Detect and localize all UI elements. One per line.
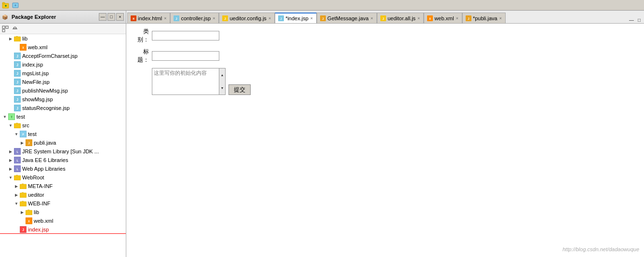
tab-close-button[interactable]: × <box>268 16 271 21</box>
svg-rect-7 <box>2 26 5 28</box>
tree-item[interactable]: J showMsg.jsp <box>0 95 126 104</box>
maximize-button[interactable]: □ <box>107 13 115 21</box>
library-icon: L <box>13 156 21 164</box>
panel-toolbar <box>0 24 126 34</box>
tree-item[interactable]: ▶ META-INF <box>0 182 126 190</box>
new-folder-icon[interactable] <box>2 1 10 9</box>
tree-item[interactable]: ▼ src <box>0 121 126 130</box>
tab-bar-controls: — □ <box>628 17 643 23</box>
tab-icon-jsp: J <box>278 15 284 21</box>
maximize-editor-button[interactable]: □ <box>636 17 642 23</box>
tab-index-html[interactable]: H index.html× <box>127 13 170 23</box>
tree-item-label: publi.java <box>34 140 56 146</box>
tree-item[interactable]: J publishNewMsg.jsp <box>0 86 126 95</box>
tab-close-button[interactable]: × <box>212 16 215 21</box>
jsp-icon: J <box>13 95 21 103</box>
tree-item[interactable]: J NewFile.jsp <box>0 78 126 86</box>
tab-web-xml-tab[interactable]: X web.xml× <box>424 13 462 23</box>
tree-arrow-icon <box>8 62 13 68</box>
svg-text:J: J <box>28 141 30 145</box>
tab-label-publi-java-tab: *publi.java <box>473 15 497 21</box>
svg-text:J: J <box>16 98 18 102</box>
new-package-icon[interactable] <box>12 1 19 9</box>
close-button[interactable]: × <box>116 13 124 21</box>
tree-item[interactable]: ▶ lib <box>0 34 126 43</box>
tree-item[interactable]: ▶ lib <box>0 208 126 216</box>
panel-header: 📦 Package Explorer — □ × <box>0 11 126 24</box>
jsp-icon: J <box>19 226 27 233</box>
tree-item[interactable]: ▶ L Java EE 6 Libraries <box>0 156 126 164</box>
tab-controller-jsp[interactable]: J controller.jsp× <box>170 13 219 23</box>
tree-item[interactable]: ▶ J publi.java <box>0 138 126 147</box>
folder-icon <box>19 200 27 207</box>
tab-publi-java-tab[interactable]: J *publi.java× <box>462 13 506 23</box>
tree-item[interactable]: ▶ ueditor <box>0 190 126 199</box>
tab-bar: H index.html× J controller.jsp× J uedito… <box>126 11 644 24</box>
jsp-icon: J <box>13 61 21 68</box>
tree-item[interactable]: J index.jsp <box>0 225 126 234</box>
tree-item[interactable]: ▼ WEB-INF <box>0 199 126 208</box>
svg-text:J: J <box>16 107 18 110</box>
tree-arrow-icon <box>8 96 13 102</box>
svg-text:J: J <box>16 54 18 58</box>
tab-close-button[interactable]: × <box>163 16 167 21</box>
package-icon: P <box>19 130 27 138</box>
minimize-button[interactable]: — <box>99 13 107 21</box>
tree-container[interactable]: ▶ lib X web.xml J AcceptFormCharset.jsp … <box>0 34 126 257</box>
tree-arrow-icon <box>8 79 13 85</box>
editor-panel: H index.html× J controller.jsp× J uedito… <box>126 11 644 257</box>
category-input[interactable] <box>152 31 219 41</box>
tab-close-button[interactable]: × <box>417 16 420 21</box>
tab-label-ueditor-config: ueditor.config.js <box>229 15 266 21</box>
svg-text:X: X <box>22 46 24 49</box>
tab-icon-java: J <box>466 15 471 21</box>
tab-ueditor-all-js[interactable]: J ueditor.all.js× <box>377 13 424 23</box>
tab-close-button[interactable]: × <box>310 16 313 21</box>
tab-close-button[interactable]: × <box>370 16 374 21</box>
panel-actions: — □ × <box>99 13 124 21</box>
tree-item[interactable]: J AcceptFormCharset.jsp <box>0 52 126 60</box>
spinner-down-button[interactable]: ▼ <box>219 81 225 95</box>
tree-item[interactable]: J statusRecognise.jsp <box>0 104 126 112</box>
collapse-all-button[interactable] <box>1 25 10 33</box>
tab-close-button[interactable]: × <box>499 16 502 21</box>
folder-icon <box>13 35 21 42</box>
link-editor-button[interactable] <box>11 25 19 33</box>
spinner-up-button[interactable]: ▲ <box>219 68 225 81</box>
tree-item[interactable]: J mgsList.jsp <box>0 69 126 78</box>
tree-arrow-icon: ▼ <box>13 131 19 137</box>
tab-icon-java: J <box>320 15 326 21</box>
tree-item-label: test <box>16 114 25 120</box>
tree-item[interactable]: X web.xml <box>0 216 126 225</box>
tree-item[interactable]: ▼ WebRoot <box>0 173 126 182</box>
tree-item[interactable]: X web.xml <box>0 43 126 52</box>
svg-text:J: J <box>16 63 18 67</box>
title-row: 标题： <box>132 48 638 64</box>
jsp-icon: J <box>13 87 21 95</box>
tab-getmessage-java[interactable]: J GetMessage.java× <box>317 13 377 23</box>
tree-arrow-icon: ▶ <box>8 157 13 163</box>
package-explorer-panel: 📦 Package Explorer — □ × <box>0 11 126 257</box>
tab-close-button[interactable]: × <box>456 16 459 21</box>
submit-button[interactable]: 提交 <box>228 84 251 95</box>
tree-item[interactable]: ▶ L JRE System Library [Sun JDK ... <box>0 147 126 156</box>
tab-label-index-html: index.html <box>138 15 162 21</box>
minimize-editor-button[interactable]: — <box>628 17 635 23</box>
title-input[interactable] <box>152 51 219 61</box>
tree-item[interactable]: ▼ T test <box>0 112 126 121</box>
tab-label-getmessage-java: GetMessage.java <box>327 15 369 21</box>
tree-item-label: lib <box>34 209 39 215</box>
svg-text:T: T <box>11 115 13 119</box>
content-textarea[interactable] <box>152 68 219 95</box>
tree-arrow-icon <box>13 44 19 50</box>
tab-index-jsp[interactable]: J *index.jsp× <box>275 13 317 23</box>
watermark: http://blog.csdn.net/dadaowuque <box>563 246 639 252</box>
tree-item-label: web.xml <box>34 218 53 224</box>
svg-text:J: J <box>322 17 324 20</box>
tree-item[interactable]: ▼ P test <box>0 130 126 138</box>
tab-ueditor-config[interactable]: J ueditor.config.js× <box>219 13 275 23</box>
tree-item[interactable]: J index.jsp <box>0 60 126 69</box>
tree-item[interactable]: ▶ L Web App Libraries <box>0 164 126 173</box>
library-icon: L <box>13 148 21 155</box>
tree-arrow-icon: ▶ <box>13 183 19 189</box>
